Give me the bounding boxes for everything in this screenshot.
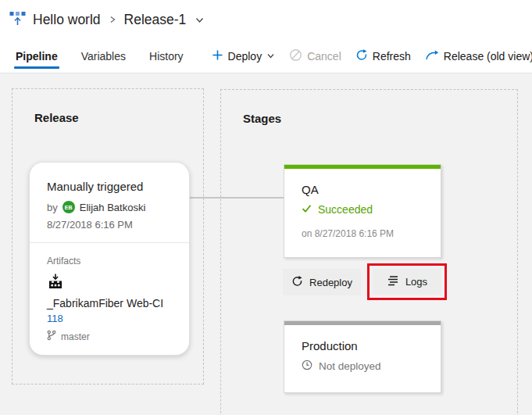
branch-name: master <box>61 331 90 342</box>
cancel-button[interactable]: Cancel <box>289 39 341 73</box>
release-to-stage-connector <box>190 197 284 199</box>
redeploy-button[interactable]: Redeploy <box>283 269 361 295</box>
clock-icon <box>302 360 312 373</box>
red-annotation-box: Logs <box>367 263 447 300</box>
chevron-down-icon <box>266 50 275 63</box>
breadcrumb-project[interactable]: Hello world <box>33 12 101 28</box>
plus-icon <box>212 49 223 63</box>
artifact-version-link[interactable]: 118 <box>47 313 173 324</box>
curved-arrow-icon <box>425 49 439 63</box>
release-old-view-button[interactable]: Release (old view) <box>425 39 532 73</box>
cancel-icon <box>289 48 302 64</box>
check-icon <box>302 203 312 216</box>
avatar: EB <box>62 201 75 213</box>
tab-variables[interactable]: Variables <box>80 39 127 73</box>
release-byline: by EB Elijah Batkoski <box>47 201 173 213</box>
tabs: Pipeline Variables History <box>14 39 185 73</box>
artifacts-label: Artifacts <box>47 256 173 267</box>
logs-button[interactable]: Logs <box>373 269 441 295</box>
branch-row: master <box>47 330 173 343</box>
release-trigger-label: Manually triggered <box>47 180 173 193</box>
deploy-button[interactable]: Deploy <box>212 39 276 73</box>
branch-icon <box>47 330 56 343</box>
stage-name: QA <box>302 183 441 196</box>
release-panel-title: Release <box>34 111 79 124</box>
build-artifact-icon <box>47 274 173 293</box>
stage-card-production[interactable]: Production Not deployed <box>284 320 441 393</box>
stage-status: Succeeded <box>302 203 441 216</box>
breadcrumb-release[interactable]: Release-1 <box>124 12 187 28</box>
tab-pipeline[interactable]: Pipeline <box>14 39 59 73</box>
chevron-down-icon[interactable] <box>195 15 205 25</box>
logs-icon <box>387 275 399 288</box>
artifact-name: _FabrikamFiber Web-CI <box>47 297 173 309</box>
refresh-button[interactable]: Refresh <box>355 39 411 73</box>
app-header: Hello world Release-1 <box>0 0 532 39</box>
release-card: Manually triggered by EB Elijah Batkoski… <box>29 162 190 356</box>
stage-name: Production <box>302 339 441 352</box>
card-divider <box>30 242 189 243</box>
release-date: 8/27/2018 6:16 PM <box>47 219 173 231</box>
chevron-right-icon <box>109 15 116 24</box>
tab-history[interactable]: History <box>148 39 185 73</box>
redeploy-icon <box>291 275 303 289</box>
releases-icon <box>9 10 26 30</box>
tab-toolbar: Pipeline Variables History Deploy Cancel… <box>0 39 532 73</box>
refresh-icon <box>355 48 368 63</box>
stage-status: Not deployed <box>302 360 441 373</box>
pipeline-canvas: Release Stages Manually triggered by EB … <box>0 73 532 415</box>
stage-deploy-date: on 8/27/2018 6:16 PM <box>302 228 441 239</box>
stage-card-qa[interactable]: QA Succeeded on 8/27/2018 6:16 PM <box>284 164 441 258</box>
release-author: Elijah Batkoski <box>80 202 146 213</box>
stages-panel-title: Stages <box>243 112 281 125</box>
